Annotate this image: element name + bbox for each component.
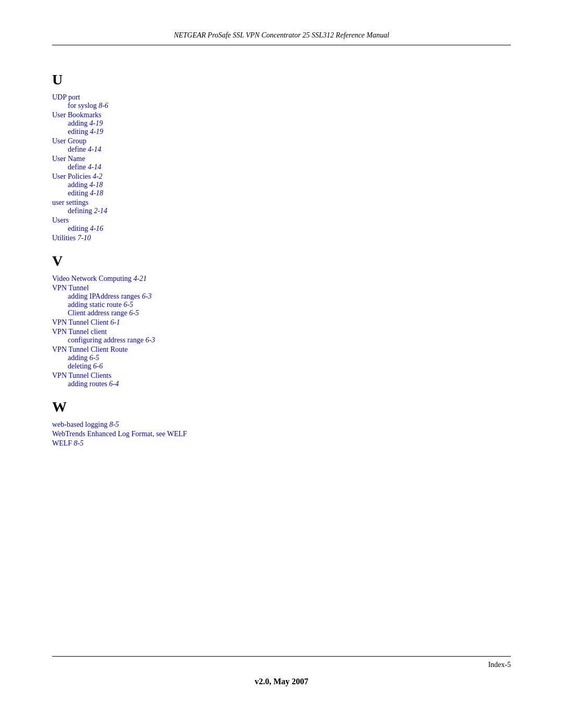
vpn-tunnel-adding-ip-link[interactable]: adding IPAddress ranges 6-3	[52, 292, 511, 301]
user-group-define-link[interactable]: define 4-14	[52, 145, 511, 154]
entry-user-bookmarks: User Bookmarks adding 4-19 editing 4-19	[52, 111, 511, 136]
entry-video-network: Video Network Computing 4-21	[52, 275, 511, 283]
main-content: U UDP port for syslog 8-6 User Bookmarks…	[52, 61, 511, 635]
entry-welf: WELF 8-5	[52, 439, 511, 448]
section-v: V Video Network Computing 4-21 VPN Tunne…	[52, 253, 511, 388]
user-bookmarks-link[interactable]: User Bookmarks	[52, 111, 511, 119]
user-settings-defining-link[interactable]: defining 2-14	[52, 207, 511, 215]
user-bookmarks-adding-link[interactable]: adding 4-19	[52, 119, 511, 128]
section-u: U UDP port for syslog 8-6 User Bookmarks…	[52, 71, 511, 242]
web-logging-link[interactable]: web-based logging 8-5	[52, 421, 511, 429]
entry-webtrends: WebTrends Enhanced Log Format, see WELF	[52, 430, 511, 438]
header-title: NETGEAR ProSafe SSL VPN Concentrator 25 …	[174, 31, 389, 39]
user-policies-adding-link[interactable]: adding 4-18	[52, 181, 511, 189]
page: NETGEAR ProSafe SSL VPN Concentrator 25 …	[0, 0, 563, 728]
entry-vpn-tunnel-client-lower: VPN Tunnel client configuring address ra…	[52, 328, 511, 344]
page-header: NETGEAR ProSafe SSL VPN Concentrator 25 …	[52, 31, 511, 45]
welf-link[interactable]: WELF 8-5	[52, 439, 511, 448]
vpn-tunnel-link[interactable]: VPN Tunnel	[52, 284, 511, 292]
section-letter-u: U	[52, 71, 511, 88]
vpn-tunnel-route-adding-link[interactable]: adding 6-5	[52, 354, 511, 362]
vpn-tunnel-static-route-link[interactable]: adding static route 6-5	[52, 301, 511, 309]
entry-utilities: Utilities 7-10	[52, 234, 511, 242]
user-group-link[interactable]: User Group	[52, 137, 511, 145]
webtrends-link[interactable]: WebTrends Enhanced Log Format, see WELF	[52, 430, 511, 438]
entry-vpn-tunnel-client-route: VPN Tunnel Client Route adding 6-5 delet…	[52, 346, 511, 371]
entry-udp-port: UDP port for syslog 8-6	[52, 93, 511, 110]
user-name-link[interactable]: User Name	[52, 155, 511, 163]
user-name-define-link[interactable]: define 4-14	[52, 163, 511, 171]
vpn-tunnel-client-route-link[interactable]: VPN Tunnel Client Route	[52, 346, 511, 354]
entry-web-logging: web-based logging 8-5	[52, 421, 511, 429]
vpn-tunnel-client-link[interactable]: VPN Tunnel Client 6-1	[52, 318, 511, 327]
entry-user-name: User Name define 4-14	[52, 155, 511, 171]
section-w: W web-based logging 8-5 WebTrends Enhanc…	[52, 399, 511, 448]
vpn-tunnel-configuring-link[interactable]: configuring address range 6-3	[52, 336, 511, 344]
vpn-tunnel-client-address-link[interactable]: Client address range 6-5	[52, 309, 511, 317]
entry-user-settings: user settings defining 2-14	[52, 199, 511, 215]
utilities-link[interactable]: Utilities 7-10	[52, 234, 511, 242]
entry-users: Users editing 4-16	[52, 216, 511, 233]
vpn-tunnel-clients-adding-routes-link[interactable]: adding routes 6-4	[52, 380, 511, 388]
entry-vpn-tunnel: VPN Tunnel adding IPAddress ranges 6-3 a…	[52, 284, 511, 317]
user-policies-link[interactable]: User Policies 4-2	[52, 172, 511, 181]
section-letter-w: W	[52, 399, 511, 415]
section-letter-v: V	[52, 253, 511, 269]
vpn-tunnel-client-lower-link[interactable]: VPN Tunnel client	[52, 328, 511, 336]
user-settings-link[interactable]: user settings	[52, 199, 511, 207]
vpn-tunnel-clients-link[interactable]: VPN Tunnel Clients	[52, 372, 511, 380]
udp-syslog-link[interactable]: for syslog 8-6	[52, 102, 511, 110]
entry-vpn-tunnel-clients: VPN Tunnel Clients adding routes 6-4	[52, 372, 511, 388]
footer-bar: Index-5	[52, 656, 511, 669]
users-editing-link[interactable]: editing 4-16	[52, 225, 511, 233]
user-policies-editing-link[interactable]: editing 4-18	[52, 189, 511, 198]
video-network-link[interactable]: Video Network Computing 4-21	[52, 275, 511, 283]
footer-version: v2.0, May 2007	[52, 677, 511, 686]
vpn-tunnel-route-deleting-link[interactable]: deleting 6-6	[52, 362, 511, 371]
user-bookmarks-editing-link[interactable]: editing 4-19	[52, 128, 511, 136]
udp-port-link[interactable]: UDP port	[52, 93, 511, 102]
entry-vpn-tunnel-client: VPN Tunnel Client 6-1	[52, 318, 511, 327]
entry-user-policies: User Policies 4-2 adding 4-18 editing 4-…	[52, 172, 511, 198]
users-link[interactable]: Users	[52, 216, 511, 225]
entry-user-group: User Group define 4-14	[52, 137, 511, 154]
footer-index-label: Index-5	[488, 661, 511, 669]
